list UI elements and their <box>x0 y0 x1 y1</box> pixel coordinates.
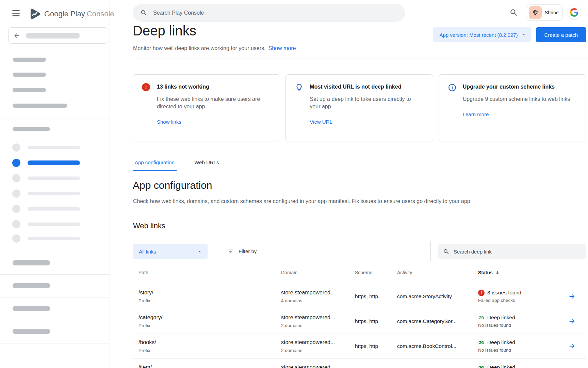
insight-cards: ! 13 links not working Fix these web lin… <box>133 74 586 141</box>
column-status[interactable]: Status <box>478 270 558 275</box>
cell-status: Deep linked <box>478 364 558 368</box>
sidebar-divider <box>0 343 110 343</box>
cell-path: /books/Prefix <box>133 339 281 354</box>
sidebar-divider <box>0 320 110 320</box>
page-title: Deep links <box>133 22 196 39</box>
open-row-arrow-icon <box>568 342 576 350</box>
error-icon: ! <box>478 290 485 296</box>
nav-item-icon <box>12 220 20 228</box>
cell-status: Deep linkedNo issues found <box>478 339 558 353</box>
brand-suffix: Console <box>87 10 114 18</box>
skeleton-bar <box>28 160 80 165</box>
sidebar-nav-item[interactable] <box>12 220 91 228</box>
skeleton-bar <box>28 207 80 211</box>
table-row[interactable]: /item/store.steampowered...Deep linked <box>133 359 586 368</box>
card-body: Set up a deep link to take users directl… <box>310 95 422 110</box>
filter-by-button[interactable]: Filter by <box>227 241 257 261</box>
brand-name: Google Play <box>44 10 85 18</box>
cell-path: /category/Prefix <box>133 314 281 329</box>
sidebar-nav-item[interactable] <box>12 234 91 243</box>
cell-activity: com.acme.StoryActivity <box>397 293 478 300</box>
tab-web-urls[interactable]: Web URLs <box>192 157 221 171</box>
sidebar-nav-item[interactable] <box>12 205 91 213</box>
sidebar-nav-item[interactable] <box>12 143 91 152</box>
main-content: Deep links Monitor how well deep links a… <box>133 0 586 368</box>
sidebar-skeleton-bar <box>13 58 46 62</box>
sidebar-divider <box>0 119 110 119</box>
web-links-heading: Web links <box>133 221 165 231</box>
open-row-button[interactable] <box>558 342 586 350</box>
tab-bar: App configuration Web URLs <box>133 157 588 171</box>
card-title: 13 links not working <box>157 83 269 91</box>
card-body: Fix these web links to make sure users a… <box>157 95 269 110</box>
show-links-link[interactable]: Show links <box>157 119 181 125</box>
open-row-arrow-icon <box>568 293 576 300</box>
nav-item-icon <box>12 234 20 243</box>
lightbulb-icon <box>295 83 304 141</box>
cell-status: !3 issues foundFailed app checks <box>478 290 558 304</box>
link-icon <box>478 364 485 368</box>
cell-activity: com.acme.CategorySor... <box>397 318 478 324</box>
page-subtitle: Monitor how well deep links are working … <box>133 45 296 51</box>
cell-scheme: https, http <box>355 343 397 349</box>
back-button[interactable] <box>8 27 108 44</box>
sidebar-nav-item[interactable] <box>12 174 91 182</box>
card-title: Most visited URL is not deep linked <box>310 83 422 91</box>
open-row-button[interactable] <box>558 318 586 325</box>
column-scheme[interactable]: Scheme <box>355 270 397 275</box>
column-activity[interactable]: Activity <box>397 270 478 275</box>
view-url-link[interactable]: View URL <box>310 119 332 125</box>
cell-status: Deep linkedNo issues found <box>478 315 558 328</box>
section-heading: App configuration <box>133 179 212 192</box>
deep-link-search[interactable] <box>438 244 586 259</box>
skeleton-bar <box>28 146 80 149</box>
link-icon <box>478 339 485 346</box>
filter-icon <box>227 248 234 255</box>
chevron-down-icon <box>197 249 202 254</box>
filter-bar: All links Filter by <box>133 241 586 261</box>
card-title: Upgrade your custom scheme links <box>463 83 570 91</box>
table-row[interactable]: /category/Prefixstore.steampowered...2 d… <box>133 309 586 334</box>
skeleton-bar <box>28 177 80 180</box>
links-filter-dropdown[interactable]: All links <box>133 244 208 259</box>
sidebar-skeleton-bar <box>13 73 46 77</box>
sidebar-nav-item-active[interactable] <box>12 159 91 167</box>
sidebar-skeleton-bar <box>13 283 50 288</box>
sidebar-nav-item[interactable] <box>12 189 91 198</box>
cell-path: /story/Prefix <box>133 289 281 304</box>
error-icon: ! <box>142 83 151 141</box>
sidebar-skeleton-bar <box>13 104 67 108</box>
table-body: /story/Prefixstore.steampowered...4 doma… <box>133 284 586 368</box>
sidebar-divider <box>0 274 110 275</box>
sidebar-divider <box>0 297 110 297</box>
show-more-link[interactable]: Show more <box>268 45 296 51</box>
section-description: Check how web links, domains, and custom… <box>133 198 470 205</box>
column-path[interactable]: Path <box>133 270 281 275</box>
app-version-dropdown[interactable]: App version: Most recent (8.2.027) <box>433 27 530 42</box>
table-header: Path Domain Scheme Activity Status <box>133 261 586 284</box>
deep-link-search-input[interactable] <box>454 249 576 255</box>
divider <box>133 59 588 59</box>
skeleton-bar <box>28 192 80 195</box>
chevron-down-icon <box>521 32 526 37</box>
table-row[interactable]: /story/Prefixstore.steampowered...4 doma… <box>133 284 586 309</box>
open-row-button[interactable] <box>558 293 586 300</box>
skeleton-bar <box>26 33 80 39</box>
learn-more-link[interactable]: Learn more <box>463 111 489 117</box>
link-icon <box>478 315 485 321</box>
info-icon <box>448 83 457 141</box>
card-most-visited-url: Most visited URL is not deep linked Set … <box>285 74 433 141</box>
cell-domain: store.steampowered...4 domains <box>281 289 355 304</box>
create-patch-button[interactable]: Create a patch <box>536 27 586 42</box>
play-console-logo: Google PlayConsole <box>28 7 114 20</box>
card-body: Upgrade 9 custom scheme links to web lin… <box>463 95 570 103</box>
divider <box>430 241 431 261</box>
menu-icon[interactable] <box>12 10 21 18</box>
sidebar-skeleton-bar <box>13 306 50 311</box>
column-domain[interactable]: Domain <box>281 270 355 275</box>
tab-app-configuration[interactable]: App configuration <box>133 157 177 171</box>
sort-descending-icon <box>495 270 500 275</box>
table-row[interactable]: /books/Prefixstore.steampowered...2 doma… <box>133 334 586 359</box>
sidebar-divider <box>0 252 110 252</box>
web-links-table: Path Domain Scheme Activity Status /stor… <box>133 261 586 368</box>
